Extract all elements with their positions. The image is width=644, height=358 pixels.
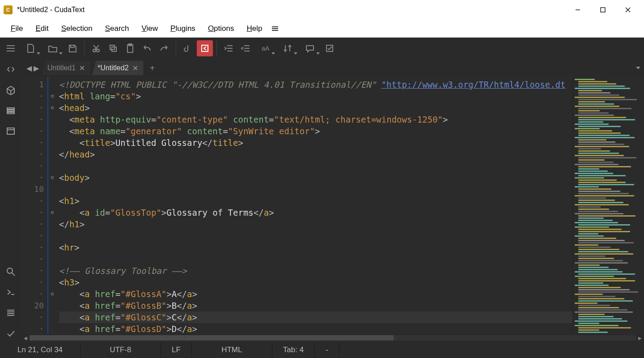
tabbar: ◀ ▶ Untitled1✕*Untitled2✕ + xyxy=(21,59,644,77)
status-encoding[interactable]: UTF-8 xyxy=(80,342,161,358)
sidebar-toggle-icon[interactable] xyxy=(3,40,19,56)
svg-line-31 xyxy=(11,89,14,91)
paste-button[interactable] xyxy=(122,40,138,56)
copy-button[interactable] xyxy=(105,40,121,56)
status-lexer[interactable]: HTML xyxy=(192,342,272,358)
search-icon[interactable] xyxy=(2,263,19,280)
scroll-thumb[interactable] xyxy=(30,335,394,341)
menu-search[interactable]: Search xyxy=(99,21,136,36)
tab-add-button[interactable]: + xyxy=(145,61,160,75)
tab-next-icon[interactable]: ▶ xyxy=(33,64,39,72)
case-button[interactable]: aA xyxy=(254,40,276,56)
tab-menu-icon[interactable] xyxy=(636,67,640,69)
tab-0[interactable]: Untitled1✕ xyxy=(42,61,90,75)
snippet-panel-icon[interactable] xyxy=(2,123,19,140)
svg-line-39 xyxy=(12,273,15,276)
tab-label: *Untitled2 xyxy=(97,64,128,72)
options-button[interactable] xyxy=(322,40,338,56)
save-button[interactable] xyxy=(64,40,80,56)
code-editor[interactable]: <!DOCTYPE HTML PUBLIC "-//W3C//DTD HTML … xyxy=(56,77,572,334)
unindent-button[interactable] xyxy=(237,40,254,56)
gutter[interactable]: 11020 xyxy=(21,77,48,334)
menu-help[interactable]: Help xyxy=(240,21,268,36)
svg-rect-34 xyxy=(7,110,14,111)
svg-rect-1 xyxy=(601,8,605,12)
comment-button[interactable] xyxy=(299,40,321,56)
menu-plugins[interactable]: Plugins xyxy=(164,21,202,36)
menu-edit[interactable]: Edit xyxy=(29,21,55,36)
fold-column[interactable]: ⊟⊟⊟⊟⊟ xyxy=(48,77,56,334)
status-tab-size[interactable]: Tab: 4 xyxy=(272,342,315,358)
status-line-ends[interactable]: LF xyxy=(161,342,192,358)
tab-close-icon[interactable]: ✕ xyxy=(132,64,138,72)
svg-point-38 xyxy=(7,268,13,273)
tab-prev-icon[interactable]: ◀ xyxy=(26,64,32,72)
svg-rect-10 xyxy=(71,45,74,47)
unprinted-button[interactable] xyxy=(180,40,196,56)
window-title: *Untitled2 - CudaText xyxy=(17,6,565,14)
console-icon[interactable] xyxy=(2,284,19,301)
new-file-button[interactable] xyxy=(20,40,41,56)
minimap-button[interactable] xyxy=(197,40,213,56)
scroll-left-icon[interactable]: ◀ xyxy=(21,336,30,341)
status-extra[interactable]: - xyxy=(315,342,339,358)
menu-view[interactable]: View xyxy=(136,21,165,36)
svg-rect-29 xyxy=(326,45,333,51)
menu-file[interactable]: File xyxy=(4,21,29,36)
tab-label: Untitled1 xyxy=(47,64,76,72)
tab-1[interactable]: *Untitled2✕ xyxy=(92,61,143,75)
svg-rect-33 xyxy=(7,108,14,109)
svg-rect-35 xyxy=(7,112,14,114)
close-button[interactable] xyxy=(615,0,640,20)
undo-button[interactable] xyxy=(139,40,155,56)
svg-line-30 xyxy=(7,89,11,91)
editor-region: ◀ ▶ Untitled1✕*Untitled2✕ + 11020 ⊟⊟⊟⊟⊟ … xyxy=(21,59,644,342)
minimize-button[interactable] xyxy=(565,0,590,20)
output-icon[interactable] xyxy=(2,304,19,321)
svg-text:aA: aA xyxy=(262,45,270,52)
code-tree-icon[interactable] xyxy=(2,61,19,78)
scroll-right-icon[interactable]: ▶ xyxy=(636,336,644,341)
sidebar xyxy=(0,59,21,342)
minimap[interactable] xyxy=(572,77,644,334)
validate-icon[interactable] xyxy=(2,325,19,342)
tab-close-icon[interactable]: ✕ xyxy=(79,64,85,72)
svg-rect-37 xyxy=(7,128,14,130)
sort-button[interactable] xyxy=(277,40,298,56)
open-file-button[interactable] xyxy=(42,40,64,56)
status-position[interactable]: Ln 21, Col 34 xyxy=(0,342,80,358)
tabs-list-icon[interactable] xyxy=(2,102,19,119)
statusbar: Ln 21, Col 34 UTF-8 LF HTML Tab: 4 - xyxy=(0,342,644,358)
titlebar: C *Untitled2 - CudaText xyxy=(0,0,644,20)
menubar: File Edit Selection Search View Plugins … xyxy=(0,20,644,38)
menu-options[interactable]: Options xyxy=(202,21,241,36)
svg-rect-36 xyxy=(7,128,14,134)
svg-rect-19 xyxy=(202,45,208,51)
redo-button[interactable] xyxy=(156,40,172,56)
toolbar: aA xyxy=(0,38,644,59)
indent-button[interactable] xyxy=(220,40,237,56)
horizontal-scrollbar[interactable]: ◀ ▶ xyxy=(21,334,644,342)
menu-selection[interactable]: Selection xyxy=(55,21,99,36)
menu-more-icon[interactable] xyxy=(271,26,279,32)
maximize-button[interactable] xyxy=(590,0,615,20)
app-icon: C xyxy=(4,5,13,14)
cut-button[interactable] xyxy=(88,40,104,56)
project-icon[interactable] xyxy=(2,81,19,98)
